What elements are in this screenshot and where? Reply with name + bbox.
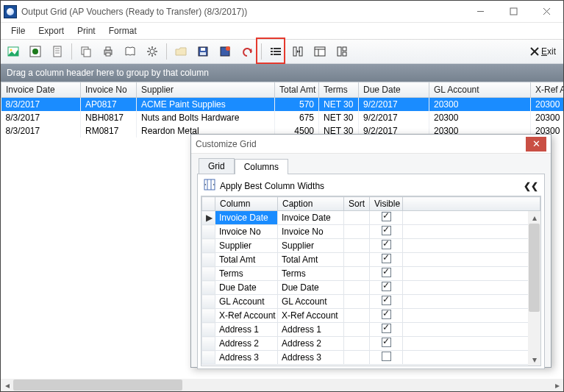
- menu-format[interactable]: Format: [103, 24, 143, 38]
- col-total-amt[interactable]: Total Amt: [275, 82, 319, 98]
- cell-gl-account[interactable]: 20300: [429, 111, 531, 124]
- caption-cell[interactable]: X-Ref Account: [278, 309, 344, 323]
- scrollbar-thumb[interactable]: [13, 379, 182, 391]
- caption-cell[interactable]: Address 1: [278, 323, 344, 337]
- maximize-button[interactable]: [497, 1, 530, 23]
- save-special-icon[interactable]: [217, 43, 233, 60]
- cell-invoice-date[interactable]: 8/3/2017: [1, 111, 81, 124]
- caption-cell[interactable]: Supplier: [278, 239, 344, 253]
- dialog-titlebar[interactable]: Customize Grid ✕: [191, 135, 551, 154]
- col-terms[interactable]: Terms: [319, 82, 359, 98]
- col-invoice-date[interactable]: Invoice Date: [1, 82, 81, 98]
- tab-columns[interactable]: Columns: [235, 159, 288, 174]
- col-gl-account[interactable]: GL Account: [429, 82, 531, 98]
- list-item[interactable]: TermsTerms: [202, 267, 540, 281]
- caption-cell[interactable]: GL Account: [278, 295, 344, 309]
- book-icon[interactable]: [122, 43, 138, 60]
- cell-terms[interactable]: NET 30: [319, 111, 359, 124]
- visible-checkbox[interactable]: [370, 211, 403, 225]
- cell-invoice-no[interactable]: AP0817: [81, 98, 137, 112]
- caption-cell[interactable]: Due Date: [278, 281, 344, 295]
- list-item[interactable]: SupplierSupplier: [202, 239, 540, 253]
- close-button[interactable]: [530, 1, 563, 23]
- cell-invoice-date[interactable]: 8/3/2017: [1, 124, 81, 138]
- horizontal-scrollbar[interactable]: ◂ ▸: [1, 379, 563, 391]
- cell-total-amt[interactable]: 675: [275, 111, 319, 124]
- list-item[interactable]: Total AmtTotal Amt: [202, 253, 540, 267]
- cell-invoice-date[interactable]: 8/3/2017: [1, 98, 81, 112]
- record-icon[interactable]: [27, 43, 43, 60]
- cust-col-visible[interactable]: Visible: [370, 197, 403, 211]
- caption-cell[interactable]: Address 2: [278, 337, 344, 351]
- open-icon[interactable]: [173, 43, 189, 60]
- document-icon[interactable]: [49, 43, 65, 60]
- scroll-up-icon[interactable]: ▴: [528, 211, 540, 224]
- col-due-date[interactable]: Due Date: [359, 82, 429, 98]
- form-icon[interactable]: [312, 43, 328, 60]
- list-props-icon[interactable]: [268, 43, 284, 60]
- sort-cell[interactable]: [344, 267, 370, 281]
- cell-invoice-no[interactable]: NBH0817: [81, 111, 137, 124]
- cell-supplier[interactable]: Nuts and Bolts Hardware: [137, 111, 275, 124]
- col-xref-account[interactable]: X-Ref Accou: [531, 82, 564, 98]
- visible-checkbox[interactable]: [370, 239, 403, 253]
- exit-button[interactable]: Exit: [529, 46, 559, 57]
- cell-gl-account[interactable]: 20300: [429, 98, 531, 112]
- pin-layout-icon[interactable]: [334, 43, 350, 60]
- cell-supplier[interactable]: ACME Paint Supplies: [137, 98, 275, 112]
- list-item[interactable]: Address 2Address 2: [202, 337, 540, 351]
- undo-icon[interactable]: [239, 43, 255, 60]
- cust-col-column[interactable]: Column: [215, 197, 278, 211]
- sort-cell[interactable]: [344, 309, 370, 323]
- sort-cell[interactable]: [344, 323, 370, 337]
- save-icon[interactable]: [195, 43, 211, 60]
- list-item[interactable]: ▶Invoice DateInvoice Date: [202, 211, 540, 225]
- sort-cell[interactable]: [344, 225, 370, 239]
- picture-icon[interactable]: [5, 43, 21, 60]
- list-item[interactable]: Address 1Address 1: [202, 323, 540, 337]
- col-name-cell[interactable]: Address 3: [215, 351, 278, 365]
- cell-invoice-no[interactable]: RM0817: [81, 124, 137, 138]
- cust-col-caption[interactable]: Caption: [278, 197, 344, 211]
- col-name-cell[interactable]: Due Date: [215, 281, 278, 295]
- visible-checkbox[interactable]: [370, 351, 403, 365]
- table-row[interactable]: 8/3/2017AP0817ACME Paint Supplies570NET …: [1, 98, 564, 112]
- print-icon[interactable]: [100, 43, 116, 60]
- list-item[interactable]: GL AccountGL Account: [202, 295, 540, 309]
- col-supplier[interactable]: Supplier: [137, 82, 275, 98]
- visible-checkbox[interactable]: [370, 295, 403, 309]
- caption-cell[interactable]: Address 3: [278, 351, 344, 365]
- vertical-scrollbar[interactable]: ▴ ▾: [528, 211, 540, 366]
- col-name-cell[interactable]: X-Ref Account: [215, 309, 278, 323]
- visible-checkbox[interactable]: [370, 267, 403, 281]
- visible-checkbox[interactable]: [370, 323, 403, 337]
- col-name-cell[interactable]: Invoice No: [215, 225, 278, 239]
- visible-checkbox[interactable]: [370, 281, 403, 295]
- collapse-icon[interactable]: ❮❮: [524, 181, 538, 191]
- col-name-cell[interactable]: Address 2: [215, 337, 278, 351]
- menu-file[interactable]: File: [5, 24, 31, 38]
- cell-due-date[interactable]: 9/2/2017: [359, 111, 429, 124]
- caption-cell[interactable]: Invoice No: [278, 225, 344, 239]
- col-name-cell[interactable]: Total Amt: [215, 253, 278, 267]
- visible-checkbox[interactable]: [370, 253, 403, 267]
- list-item[interactable]: Due DateDue Date: [202, 281, 540, 295]
- visible-checkbox[interactable]: [370, 225, 403, 239]
- fit-columns-icon[interactable]: [204, 179, 215, 193]
- list-item[interactable]: Invoice NoInvoice No: [202, 225, 540, 239]
- caption-cell[interactable]: Invoice Date: [278, 211, 344, 225]
- minimize-button[interactable]: [464, 1, 497, 23]
- col-name-cell[interactable]: GL Account: [215, 295, 278, 309]
- sort-cell[interactable]: [344, 253, 370, 267]
- sort-cell[interactable]: [344, 295, 370, 309]
- menu-print[interactable]: Print: [71, 24, 101, 38]
- sort-cell[interactable]: [344, 211, 370, 225]
- col-invoice-no[interactable]: Invoice No: [81, 82, 137, 98]
- list-item[interactable]: X-Ref AccountX-Ref Account: [202, 309, 540, 323]
- sort-cell[interactable]: [344, 239, 370, 253]
- visible-checkbox[interactable]: [370, 309, 403, 323]
- caption-cell[interactable]: Terms: [278, 267, 344, 281]
- sort-cell[interactable]: [344, 351, 370, 365]
- gear-icon[interactable]: [144, 43, 160, 60]
- visible-checkbox[interactable]: [370, 337, 403, 351]
